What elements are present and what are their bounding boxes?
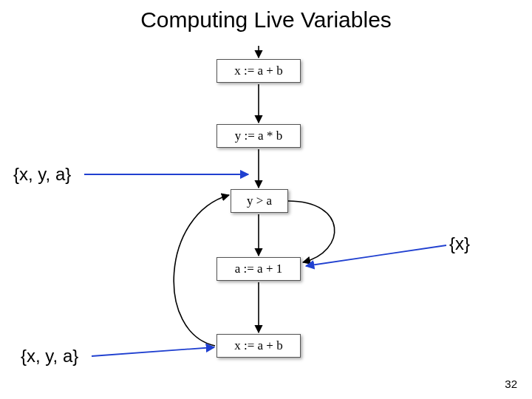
svg-line-6 (306, 245, 446, 266)
node-cond-y-gt-a: y > a (231, 189, 288, 213)
live-set-bottom: {x, y, a} (21, 346, 78, 366)
node-assign-x1: x := a + b (216, 59, 301, 83)
page-number: 32 (505, 378, 517, 390)
node-assign-x2: x := a + b (216, 334, 301, 358)
live-set-mid: {x} (449, 233, 470, 254)
node-assign-y: y := a * b (216, 124, 301, 148)
svg-line-7 (92, 347, 214, 356)
slide-title: Computing Live Variables (0, 7, 532, 33)
node-assign-a: a := a + 1 (216, 257, 301, 281)
live-set-top: {x, y, a} (13, 164, 71, 185)
